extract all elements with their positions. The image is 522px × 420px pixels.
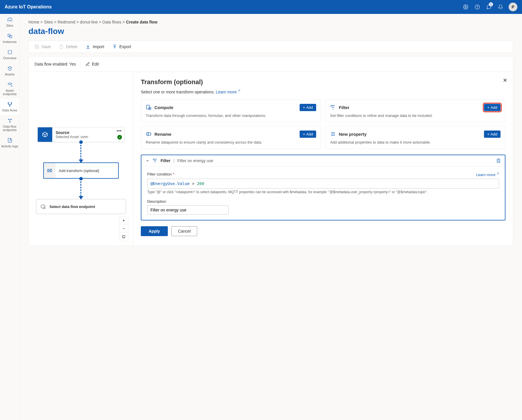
learn-more-link[interactable]: Learn more ↗ [476, 172, 499, 177]
data-flows-icon [7, 102, 13, 107]
avatar[interactable]: P [509, 3, 517, 11]
delete-button: Delete [59, 44, 78, 49]
rename-icon [146, 131, 152, 137]
plus-icon: + [303, 132, 305, 136]
close-icon[interactable]: ✕ [503, 77, 507, 84]
filter-icon [330, 104, 336, 110]
source-node[interactable]: Source Selected Asset: oven ••• ✓ [37, 127, 125, 142]
nav-assets[interactable]: Assets [0, 63, 19, 79]
svg-point-12 [9, 122, 10, 122]
add-rename-button[interactable]: +Add [300, 131, 316, 138]
nav-overview[interactable]: Overview [0, 46, 19, 63]
plus-icon: + [303, 105, 305, 110]
learn-more-link[interactable]: Learn more ↗ [216, 90, 240, 94]
filter-condition-input[interactable]: @EnergyUse.Value > 200 [147, 179, 499, 189]
crumb-donut-line[interactable]: donut-line [80, 20, 98, 24]
crumb-sites[interactable]: Sites [44, 20, 53, 24]
help-icon[interactable] [471, 1, 483, 13]
crumb-redmond[interactable]: Redmond [57, 20, 75, 24]
new-property-card: New property +Add Add additional propert… [325, 126, 505, 149]
rename-card: Rename +Add Rename datapoints to ensure … [141, 126, 321, 149]
nav-data-flows[interactable]: Data flows [0, 99, 19, 115]
data-flow-endpoints-icon [7, 118, 13, 124]
assets-icon [7, 66, 13, 71]
graph-canvas: Source Selected Asset: oven ••• ✓ Add tr… [29, 72, 133, 246]
chevron-down-icon[interactable] [145, 159, 150, 163]
page-title: data-flow [28, 27, 513, 36]
add-new-property-button[interactable]: +Add [484, 131, 501, 138]
nav-label: Sites [6, 24, 13, 27]
zoom-controls: + − [119, 216, 128, 241]
nav-label: Assets [5, 73, 15, 76]
new-property-icon [330, 131, 336, 137]
zoom-out-button[interactable]: − [119, 225, 128, 233]
more-icon[interactable]: ••• [117, 128, 122, 133]
edit-button[interactable]: Edit [85, 62, 99, 66]
toolbar: Save Delete Import Export [28, 41, 513, 53]
svg-point-6 [11, 86, 12, 86]
svg-point-2 [477, 8, 478, 8]
notification-badge: 1 [489, 2, 493, 6]
crumb-home[interactable]: Home [28, 20, 39, 24]
nav-label: Instances [3, 40, 17, 44]
import-button[interactable]: Import [86, 44, 104, 49]
nav-sites[interactable]: Sites [0, 14, 19, 30]
edit-icon [85, 62, 90, 66]
delete-filter-button[interactable] [496, 158, 501, 163]
breadcrumb: Home > Sites > Redmond > donut-line > Da… [28, 20, 513, 24]
description-input[interactable] [147, 205, 228, 215]
nav-asset-endpoints[interactable]: Asset endpoints [0, 79, 19, 99]
plus-icon: + [487, 105, 489, 110]
svg-point-9 [9, 106, 10, 106]
sites-icon [7, 17, 13, 23]
compute-icon [146, 104, 152, 110]
svg-point-11 [11, 119, 12, 120]
svg-rect-16 [123, 236, 125, 238]
nav-label: Asset endpoints [1, 89, 18, 96]
nav-data-flow-endpoints[interactable]: Data flow endpoints [0, 115, 19, 135]
compute-card: Compute +Add Transform data through conv… [141, 99, 321, 122]
zoom-in-button[interactable]: + [119, 216, 128, 225]
svg-rect-18 [147, 105, 150, 109]
settings-icon[interactable] [460, 1, 471, 13]
bell-icon[interactable] [495, 1, 506, 13]
add-compute-button[interactable]: +Add [300, 104, 316, 111]
transform-icon [44, 163, 55, 178]
nav-label: Data flows [2, 108, 17, 112]
export-icon [112, 44, 117, 49]
nav-label: Overview [3, 56, 17, 60]
svg-point-10 [8, 119, 9, 120]
crumb-current: Create data flow [126, 20, 157, 24]
endpoint-icon [40, 204, 46, 209]
fit-button[interactable] [119, 233, 128, 241]
crumb-data-flows[interactable]: Data flows [102, 20, 121, 24]
overview-icon [7, 49, 13, 55]
delete-icon [59, 44, 64, 49]
check-icon: ✓ [117, 135, 122, 140]
svg-point-17 [123, 238, 124, 238]
nav-activity-logs[interactable]: Activity logs [0, 135, 19, 151]
connector [80, 142, 81, 162]
apply-button[interactable]: Apply [141, 226, 168, 236]
filter-icon [152, 158, 158, 163]
top-bar: Azure IoT Operations 1 P [0, 0, 522, 14]
save-button: Save [35, 44, 51, 49]
svg-point-1 [475, 5, 480, 9]
add-filter-button[interactable]: +Add [484, 104, 501, 111]
filter-card: Filter +Add Set filter conditions to ref… [325, 99, 505, 122]
instances-icon [7, 33, 13, 39]
save-icon [35, 44, 39, 49]
endpoint-node[interactable]: Select data flow endpoint [36, 199, 126, 214]
nav-label: Activity logs [1, 144, 18, 148]
connector [80, 179, 81, 199]
feedback-icon[interactable]: 1 [483, 1, 495, 13]
cancel-button[interactable]: Cancel [171, 226, 197, 236]
nav-instances[interactable]: Instances [0, 30, 19, 46]
export-button[interactable]: Export [112, 44, 131, 49]
transform-node[interactable]: Add transform (optional) [43, 162, 119, 179]
svg-rect-5 [8, 50, 12, 54]
svg-rect-14 [50, 169, 52, 172]
activity-logs-icon [7, 137, 13, 143]
left-nav: Sites Instances Overview Assets Asset en… [0, 14, 20, 420]
external-icon: ↗ [238, 89, 240, 92]
